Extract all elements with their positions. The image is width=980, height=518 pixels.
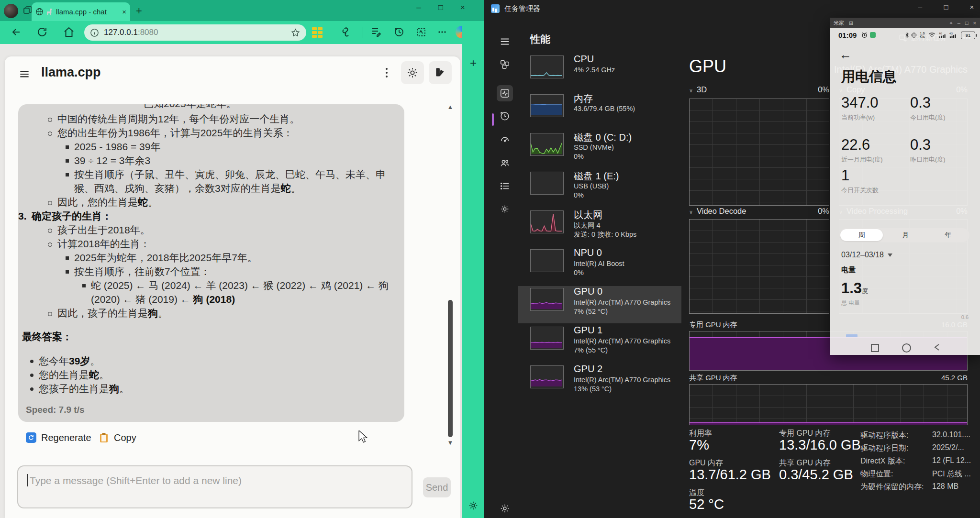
text-caret: [27, 474, 28, 486]
period-tabs: 周 月 年: [839, 228, 969, 242]
nav-performance-icon[interactable]: [497, 85, 513, 101]
phone-maximize-icon[interactable]: □: [965, 20, 969, 26]
more-options-icon[interactable]: [436, 26, 448, 38]
phone-window-title: 米家: [834, 20, 844, 27]
stat-value: 13.7/61.2 GB: [689, 467, 771, 483]
home-icon[interactable]: [63, 26, 75, 38]
extension-icon[interactable]: [341, 26, 352, 38]
perf-item-磁盘-0-(c:-d:)[interactable]: 磁盘 0 (C: D:)SSD (NVMe)0%: [518, 131, 681, 168]
dedicated-mem-label: 专用 GPU 内存: [689, 320, 737, 330]
nav-processes-icon[interactable]: [497, 56, 513, 73]
engine-header-3d[interactable]: ∨3D0%: [689, 85, 829, 95]
theme-button[interactable]: [429, 61, 452, 84]
favorites-icon[interactable]: [370, 26, 382, 38]
phone-minimize-icon[interactable]: –: [958, 20, 960, 26]
assistant-message-bubble: 已知2025年是蛇年。 中国的传统生肖周期为12年，每个年份对应一个生肖。您的出…: [18, 104, 404, 422]
sidebar-add-icon[interactable]: +: [462, 56, 484, 70]
kebab-menu-icon[interactable]: [381, 66, 392, 79]
perf-item-name: 磁盘 0 (C: D:): [574, 131, 632, 144]
perf-item-detail: Intel(R) Arc(TM) A770 Graphics: [574, 298, 670, 306]
taskmgr-maximize-button[interactable]: □: [939, 3, 953, 11]
phone-add-icon[interactable]: ⊞: [849, 20, 853, 26]
nav-startup-apps-icon[interactable]: [497, 131, 513, 147]
new-tab-button[interactable]: +: [136, 5, 142, 17]
shared-mem-scale: 45.2 GB: [941, 374, 968, 382]
assistant-message-text: 已知2025年是蛇年。 中国的传统生肖周期为12年，每个年份对应一个生肖。您的出…: [18, 104, 397, 396]
nav-app-history-icon[interactable]: [497, 108, 513, 124]
driver-detail-value: 32.0.101....: [932, 430, 970, 439]
tab-month[interactable]: 月: [884, 228, 926, 242]
favorite-star-icon[interactable]: [290, 28, 301, 38]
send-button[interactable]: Send: [423, 477, 451, 497]
back-nav-icon[interactable]: [933, 343, 940, 351]
regenerate-button[interactable]: Regenerate: [26, 430, 91, 445]
phone-pin-icon[interactable]: ⌖: [950, 20, 953, 26]
perf-item-gpu-2[interactable]: GPU 2Intel(R) Arc(TM) A770 Graphics13% (…: [518, 364, 681, 401]
taskmgr-minimize-button[interactable]: –: [913, 3, 927, 11]
tab-close-icon[interactable]: ×: [122, 8, 126, 16]
chat-line: 39 ÷ 12 = 3年余3: [18, 154, 397, 167]
copy-button[interactable]: Copy: [99, 430, 136, 445]
history-icon[interactable]: [393, 26, 405, 38]
taskmgr-app-icon: [491, 4, 500, 13]
scrollbar-thumb[interactable]: [448, 300, 453, 437]
tab-week[interactable]: 周: [840, 229, 883, 241]
screenshot-icon[interactable]: [415, 26, 427, 38]
nav-hamburger-icon[interactable]: [497, 33, 513, 50]
browser-maximize-button[interactable]: □: [433, 3, 449, 12]
recents-icon[interactable]: [871, 344, 879, 352]
perf-item-usage: 0%: [574, 269, 584, 276]
globe-icon: [35, 8, 44, 16]
phone-nav-bar: [830, 341, 980, 355]
nav-services-icon[interactable]: [497, 201, 513, 217]
perf-item-name: 以太网: [574, 209, 602, 221]
home-nav-icon[interactable]: [902, 343, 911, 353]
taskmgr-titlebar: 任务管理器 – □ ×: [484, 0, 980, 17]
engine-header-video-decode[interactable]: ∨Video Decode0%: [689, 207, 829, 216]
scroll-up-icon[interactable]: ▲: [447, 103, 454, 110]
extension-yellow-icon[interactable]: [312, 27, 323, 38]
chat-line: 您孩子的生肖是狗。: [18, 382, 397, 396]
tab-stack-icon[interactable]: [23, 6, 33, 15]
nav-users-icon[interactable]: [497, 155, 513, 171]
perf-item-npu-0[interactable]: NPU 0Intel(R) AI Boost0%: [518, 247, 681, 285]
browser-tab-strip: llama.cpp - chat × + – □ ×: [0, 0, 484, 21]
settings-gear-button[interactable]: [401, 61, 424, 84]
address-bar[interactable]: 127.0.0.1:8080: [84, 24, 306, 41]
message-input[interactable]: Type a message (Shift+Enter to add a new…: [17, 465, 412, 508]
driver-detail-key: 物理位置:: [860, 469, 893, 479]
back-arrow-icon[interactable]: ←: [839, 47, 852, 62]
perf-item-gpu-1[interactable]: GPU 1Intel(R) Arc(TM) A770 Graphics7% (5…: [518, 325, 681, 362]
menu-hamburger-icon[interactable]: [18, 68, 31, 80]
tab-year[interactable]: 年: [927, 228, 969, 242]
date-range-selector[interactable]: 03/12–03/18: [841, 251, 892, 259]
refresh-icon[interactable]: [36, 26, 48, 38]
nav-details-icon[interactable]: [497, 178, 513, 194]
perf-item-detail: 4% 2.54 GHz: [574, 66, 615, 74]
perf-item-gpu-0[interactable]: GPU 0Intel(R) Arc(TM) A770 Graphics7% (5…: [518, 286, 681, 323]
phone-titlebar[interactable]: 米家 ⊞ ⌖ – □ ×: [830, 18, 980, 28]
perf-item-内存[interactable]: 内存43.6/79.4 GB (55%): [518, 92, 681, 130]
profile-avatar[interactable]: [4, 4, 18, 18]
phone-close-icon[interactable]: ×: [973, 20, 976, 26]
scroll-down-icon[interactable]: ▼: [447, 439, 454, 446]
engine-chart-video-decode: [689, 219, 829, 314]
perf-item-磁盘-1-(e:)[interactable]: 磁盘 1 (E:)USB (USB)0%: [518, 170, 681, 207]
back-icon[interactable]: [11, 26, 22, 38]
perf-item-以太网[interactable]: 以太网以太网 4发送: 0 接收: 0 Kbps: [518, 209, 681, 246]
site-info-icon[interactable]: [90, 28, 99, 37]
browser-close-button[interactable]: ×: [455, 3, 471, 12]
browser-tab[interactable]: llama.cpp - chat ×: [32, 2, 130, 21]
perf-thumbnail-chart: [530, 94, 564, 117]
taskmgr-settings-icon[interactable]: [497, 500, 513, 517]
status-time: 01:09: [838, 31, 857, 39]
taskmgr-close-button[interactable]: ×: [965, 3, 979, 11]
signal-4g-icon: 4G: [939, 32, 947, 38]
sidebar-settings-icon[interactable]: [462, 500, 484, 511]
perf-item-detail: USB (USB): [574, 182, 609, 190]
browser-minimize-button[interactable]: –: [411, 3, 427, 12]
energy-total-label: 总 电量: [841, 299, 860, 307]
stat-label: 今日开关次数: [841, 186, 879, 195]
stat-value: 347.0: [841, 94, 879, 111]
perf-item-cpu[interactable]: CPU4% 2.54 GHz: [518, 54, 681, 91]
